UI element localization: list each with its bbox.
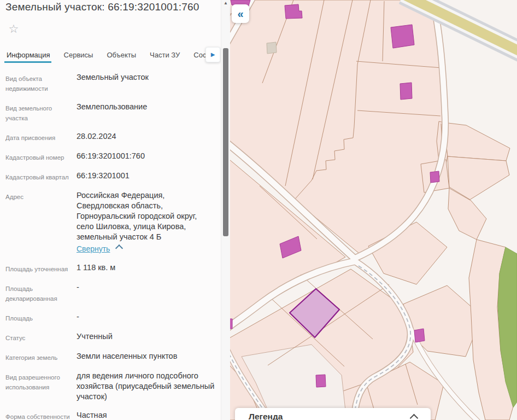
legend-bar[interactable]: Легенда <box>235 408 431 420</box>
field-row: Форма собственностиЧастная <box>5 410 216 420</box>
building-gray <box>267 42 277 54</box>
address-text: Российская Федерация, Свердловская облас… <box>77 191 197 241</box>
field-row: Вид объекта недвижимостиЗемельный участо… <box>5 72 216 94</box>
legend-title: Легенда <box>249 412 283 420</box>
tab-information[interactable]: Информация <box>7 51 50 59</box>
field-row-address: Адрес Российская Федерация, Свердловская… <box>5 190 216 254</box>
object-info-panel: Земельный участок: 66:19:3201001:760 ☆ И… <box>0 0 221 420</box>
panel-scrollbar[interactable]: ▲ <box>221 0 230 420</box>
scrollbar-thumb[interactable] <box>223 48 228 236</box>
tab-objects[interactable]: Объекты <box>107 51 136 59</box>
field-row: Площадь декларированная- <box>5 282 216 304</box>
attributes-list: Вид объекта недвижимостиЗемельный участо… <box>5 72 216 420</box>
favorite-star-icon[interactable]: ☆ <box>7 22 21 36</box>
chevron-up-icon[interactable] <box>410 414 419 420</box>
tab-bar: Информация Сервисы Объекты Части ЗУ Сост… <box>0 47 227 63</box>
tab-parcel-parts[interactable]: Части ЗУ <box>150 51 180 59</box>
scroll-up-icon[interactable]: ▲ <box>221 1 230 5</box>
field-row: Кадастровый квартал66:19:3201001 <box>5 171 216 182</box>
map-area <box>230 0 517 420</box>
cadastral-map[interactable] <box>230 0 517 420</box>
collapse-address-link[interactable]: Свернуть <box>77 244 110 254</box>
chevron-up-icon[interactable] <box>115 244 123 252</box>
page-title: Земельный участок: 66:19:3201001:760 <box>5 1 219 14</box>
active-tab-underline <box>4 61 51 63</box>
tab-services[interactable]: Сервисы <box>64 51 93 59</box>
field-row: Категория земельЗемли населенных пунктов <box>5 351 216 363</box>
tab-scroll-right-icon[interactable]: ▶ <box>205 47 220 62</box>
field-row: СтатусУчтенный <box>5 331 216 343</box>
field-row: Площадь- <box>5 312 216 323</box>
field-row: Вид земельного участкаЗемлепользование <box>5 102 216 123</box>
field-row: Кадастровый номер66:19:3201001:760 <box>5 151 216 162</box>
field-row: Площадь уточненная1 118 кв. м <box>5 262 216 274</box>
field-row: Вид разрешенного использованиядля ведени… <box>5 371 216 402</box>
collapse-panel-button[interactable]: « <box>232 4 249 23</box>
field-row: Дата присвоения28.02.2024 <box>5 131 216 143</box>
